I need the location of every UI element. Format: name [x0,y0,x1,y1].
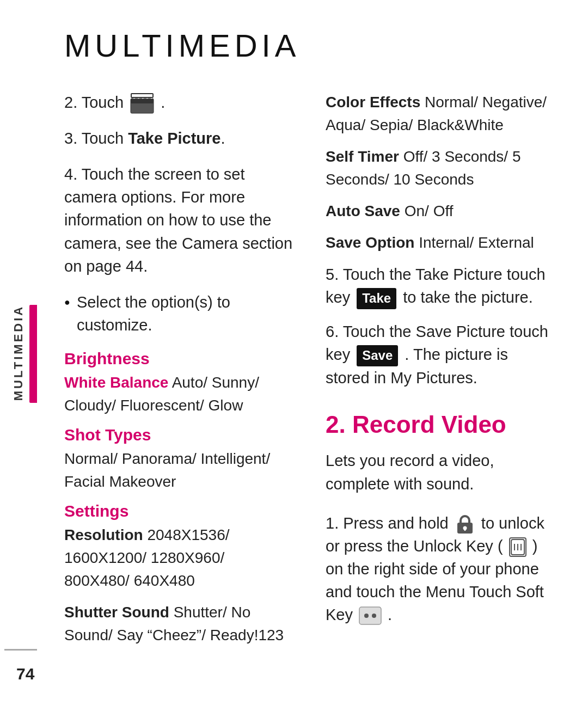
step-5: 5. Touch the Take Picture touch key Take… [326,263,555,309]
page-title: MULTIMEDIA [64,27,555,64]
lock-icon [455,514,475,535]
self-timer-label: Self Timer [326,148,399,165]
self-timer-section: Self Timer Off/ 3 Seconds/ 5 Seconds/ 10… [326,145,555,191]
shot-types-content: Normal/ Panorama/ Intelligent/ Facial Ma… [64,447,293,493]
step-5-suffix-text: to take the picture. [403,289,533,306]
white-balance-section: White Balance Auto/ Sunny/ Cloudy/ Fluor… [64,371,293,417]
step-2: 2. Touch [64,91,293,114]
take-key-badge: Take [357,288,396,309]
step-2-text: 2. Touch [64,94,128,111]
save-key-badge: Save [357,345,398,366]
right-column: Color Effects Normal/ Negative/ Aqua/ Se… [326,91,555,655]
save-option-label: Save Option [326,234,414,251]
settings-header: Settings [64,502,293,520]
brightness-header: Brightness [64,350,293,368]
white-balance-label: White Balance [64,374,168,391]
record-step-1: 1. Press and hold to unlock or press the… [326,512,555,627]
sidebar: MULTIMEDIA 74 [0,0,37,705]
page-number: 74 [16,665,34,683]
sidebar-bar [29,305,37,403]
shutter-sound-section: Shutter Sound Shutter/ No Sound/ Say “Ch… [64,601,293,647]
main-content: MULTIMEDIA 2. Touch [37,0,588,705]
record-step-1-period: . [388,606,392,623]
shot-types-header: Shot Types [64,426,293,444]
svg-point-17 [372,614,376,618]
auto-save-options: On/ Off [405,203,454,219]
menu-dots-icon [359,605,382,626]
auto-save-section: Auto Save On/ Off [326,200,555,223]
bullet-text: Select the option(s) to customize. [77,291,293,336]
record-step-1-prefix: 1. Press and hold [326,514,449,532]
color-effects-label: Color Effects [326,94,420,111]
svg-rect-10 [464,528,465,531]
color-effects-section: Color Effects Normal/ Negative/ Aqua/ Se… [326,91,555,137]
step-4: 4. Touch the screen to set camera option… [64,163,293,277]
svg-rect-1 [131,99,154,103]
step-6-suffix-text: . The picture is stored in My Pictures. [326,346,508,387]
bullet-item: ● Select the option(s) to customize. [64,291,293,336]
bullet-dot: ● [64,295,70,336]
svg-point-16 [364,614,369,618]
save-option-options: Internal/ External [419,234,534,251]
record-video-title: 2. Record Video [326,411,555,438]
step-3: 3. Touch Take Picture. [64,127,293,150]
two-col-layout: 2. Touch [64,91,555,655]
record-video-section: 2. Record Video Lets you record a video,… [326,411,555,627]
left-column: 2. Touch [64,91,293,655]
page-container: MULTIMEDIA 74 MULTIMEDIA 2. Touch [0,0,588,705]
step-6: 6. Touch the Save Picture touch key Save… [326,320,555,389]
step-2-period: . [161,94,165,111]
clapperboard-icon [130,93,154,114]
resolution-section: Resolution 2048X1536/ 1600X1200/ 1280X96… [64,524,293,592]
resolution-label: Resolution [64,526,143,543]
shutter-sound-label: Shutter Sound [64,604,169,621]
unlock-key-icon [509,537,526,557]
auto-save-label: Auto Save [326,203,400,219]
save-option-section: Save Option Internal/ External [326,231,555,254]
sidebar-line [4,649,37,651]
sidebar-label: MULTIMEDIA [11,304,26,400]
svg-rect-15 [359,607,381,624]
record-video-intro: Lets you record a video, complete with s… [326,449,555,496]
